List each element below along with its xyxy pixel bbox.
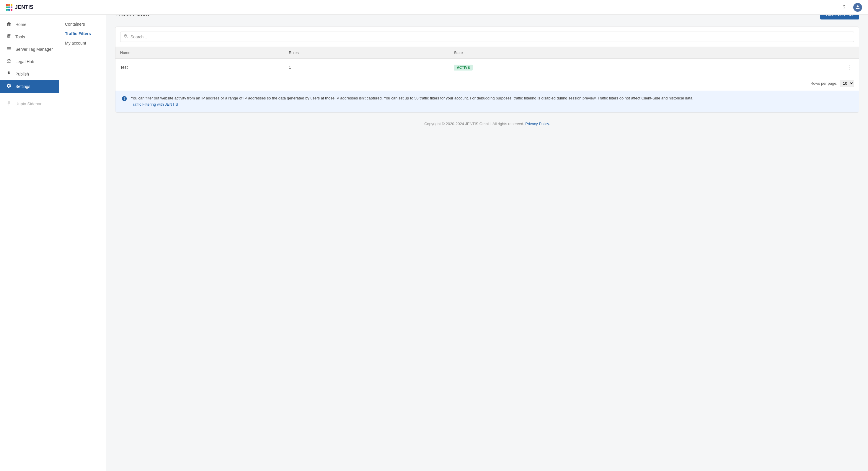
- help-icon[interactable]: ?: [840, 3, 848, 12]
- traffic-filters-card: Name Rules State Test 1 ACTIVE ⋮: [115, 27, 859, 113]
- logo-text: JENTIS: [15, 4, 33, 10]
- unpin-icon: [6, 101, 12, 107]
- app-header: JENTIS ?: [0, 0, 868, 15]
- info-box: You can filter out website activity from…: [116, 91, 859, 113]
- sidebar-item-settings-label: Settings: [16, 84, 30, 89]
- search-icon: [124, 34, 128, 39]
- col-state: State: [449, 47, 692, 59]
- logo: JENTIS: [6, 4, 33, 11]
- sidebar-item-legal-hub-label: Legal Hub: [16, 59, 34, 64]
- sidebar-item-home-label: Home: [16, 22, 26, 27]
- search-bar: [116, 27, 859, 47]
- col-name: Name: [116, 47, 284, 59]
- col-actions: [692, 47, 859, 59]
- cell-rules: 1: [284, 59, 449, 76]
- sidebar-item-stm-label: Server Tag Manager: [16, 47, 53, 52]
- table-row: Test 1 ACTIVE ⋮ Edit: [116, 59, 859, 76]
- sidebar-item-home[interactable]: Home: [0, 18, 59, 31]
- info-text-content: You can filter out website activity from…: [131, 96, 693, 100]
- sub-sidebar: Containers Traffic Filters My account: [59, 15, 106, 456]
- search-input[interactable]: [130, 34, 850, 39]
- sidebar-item-unpin: Unpin Sidebar: [0, 98, 59, 110]
- table-footer: Rows per page: 10 25 50: [116, 76, 859, 91]
- col-rules: Rules: [284, 47, 449, 59]
- info-icon: [121, 96, 127, 104]
- footer-text: Copyright © 2020-2024 JENTIS GmbH. All r…: [424, 122, 524, 126]
- sub-sidebar-traffic-filters[interactable]: Traffic Filters: [59, 29, 106, 38]
- sidebar-item-unpin-label: Unpin Sidebar: [16, 101, 42, 106]
- sub-sidebar-my-account[interactable]: My account: [59, 38, 106, 48]
- info-text: You can filter out website activity from…: [131, 95, 693, 108]
- privacy-policy-link[interactable]: Privacy Policy.: [525, 122, 550, 126]
- sub-sidebar-containers[interactable]: Containers: [59, 20, 106, 29]
- rows-per-page-select[interactable]: 10 25 50: [840, 80, 854, 87]
- home-icon: [6, 21, 12, 28]
- server-tag-manager-icon: [6, 46, 12, 53]
- sidebar-item-settings[interactable]: Settings: [0, 80, 59, 93]
- sidebar-item-publish-label: Publish: [16, 72, 29, 76]
- info-link[interactable]: Traffic Filtering with JENTIS: [131, 102, 178, 106]
- header-actions: ?: [840, 3, 862, 12]
- sidebar-item-server-tag-manager[interactable]: Server Tag Manager: [0, 43, 59, 56]
- publish-icon: [6, 71, 12, 77]
- status-badge: ACTIVE: [454, 65, 473, 70]
- legal-hub-icon: [6, 58, 12, 65]
- rows-per-page-label: Rows per page:: [810, 81, 837, 86]
- user-avatar[interactable]: [853, 3, 862, 12]
- logo-icon: [6, 4, 12, 11]
- filters-table: Name Rules State Test 1 ACTIVE ⋮: [116, 47, 859, 76]
- sidebar-item-legal-hub[interactable]: Legal Hub: [0, 56, 59, 68]
- tools-icon: [6, 34, 12, 40]
- sidebar-item-tools-label: Tools: [16, 34, 25, 39]
- action-cell: ⋮ Edit: [692, 59, 859, 76]
- cell-name: Test: [116, 59, 284, 76]
- main-content: Traffic Filters Add New Filter Name Rule…: [106, 0, 868, 456]
- page-footer: Copyright © 2020-2024 JENTIS GmbH. All r…: [115, 113, 859, 135]
- sidebar-item-tools[interactable]: Tools: [0, 31, 59, 43]
- sidebar: Home Tools Server Tag Manager Legal Hub …: [0, 15, 59, 456]
- settings-icon: [6, 83, 12, 90]
- row-action-menu-button[interactable]: ⋮: [844, 63, 854, 72]
- sidebar-item-publish[interactable]: Publish: [0, 68, 59, 80]
- search-input-wrap[interactable]: [120, 32, 854, 42]
- cell-state: ACTIVE: [449, 59, 692, 76]
